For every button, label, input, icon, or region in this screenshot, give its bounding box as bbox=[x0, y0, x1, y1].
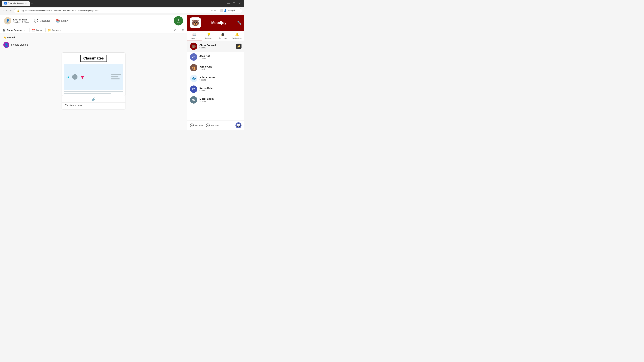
karen-dale-name: Karen Dale bbox=[200, 87, 212, 89]
student-row-jamie-cris[interactable]: 🐴 Jamie Cris 1 post bbox=[187, 62, 244, 73]
dates-filter[interactable]: 📅 Dates › bbox=[32, 29, 44, 32]
tab-close-btn[interactable]: ✕ bbox=[25, 2, 27, 5]
user-details: Lauren Deli Teacher - 1 Class bbox=[13, 18, 29, 23]
jack-pot-info: Jack Pot 7 posts bbox=[200, 54, 210, 60]
menu-icon[interactable]: ⋮ bbox=[237, 9, 239, 12]
karen-dale-avatar: KD bbox=[190, 85, 198, 93]
jamie-cris-posts: 1 post bbox=[200, 68, 212, 70]
list-view-btn[interactable]: ☰ bbox=[178, 28, 180, 32]
library-nav[interactable]: 📚 Library bbox=[56, 19, 68, 23]
post-image: Classmates ➜ ♥ bbox=[62, 52, 126, 96]
reload-button[interactable]: ↻ bbox=[9, 8, 13, 13]
messages-nav[interactable]: 💬 Messages bbox=[34, 19, 50, 23]
pin-star-icon: ★ bbox=[3, 36, 6, 39]
journal-tab-icon: 📖 bbox=[192, 32, 196, 36]
john-louises-info: John Louises 6 posts bbox=[200, 76, 216, 81]
mordi-seem-info: Mordi Seem 5 posts bbox=[200, 97, 214, 103]
top-navigation: 👤 Lauren Deli Teacher - 1 Class 💬 Messag… bbox=[0, 15, 187, 27]
mordi-seem-name: Mordi Seem bbox=[200, 97, 214, 100]
class-journal-avatar: 🐻 bbox=[190, 42, 198, 50]
forward-button[interactable]: › bbox=[6, 8, 8, 13]
line-1 bbox=[111, 74, 121, 75]
journal-tab[interactable]: 📖 Journal bbox=[187, 31, 202, 40]
pinned-text: Pinned bbox=[7, 36, 15, 39]
student-row-karen-dale[interactable]: KD Karen Dale 5 posts bbox=[187, 84, 244, 94]
student-row-jack-pot[interactable]: JP Jack Pot 7 posts bbox=[187, 52, 244, 62]
jamie-cris-info: Jamie Cris 1 post bbox=[200, 65, 212, 70]
student-row-john-louises[interactable]: 🐟 John Louises 6 posts bbox=[187, 73, 244, 84]
footer-line-2 bbox=[64, 93, 111, 94]
post-card: Classmates ➜ ♥ bbox=[62, 52, 126, 109]
content-lines bbox=[111, 74, 121, 79]
progress-tab[interactable]: 🎓 Progress bbox=[216, 31, 230, 40]
activities-tab[interactable]: 💡 Activities bbox=[202, 31, 216, 40]
line-2 bbox=[111, 76, 118, 77]
students-add-icon: + bbox=[190, 123, 194, 127]
filter-separator-1 bbox=[30, 28, 30, 32]
extensions-icon[interactable]: ⧉ bbox=[214, 9, 216, 12]
add-plus-icon: + bbox=[178, 18, 180, 22]
download-icon[interactable]: ⬇ bbox=[217, 9, 219, 12]
user-name: Lauren Deli bbox=[13, 18, 29, 21]
notifications-tab[interactable]: 🔔 Notifications bbox=[230, 31, 244, 40]
tab-title: Journal - Seesaw bbox=[8, 2, 24, 4]
messages-label: Messages bbox=[40, 19, 50, 22]
filter-options-btn[interactable]: ⚙ bbox=[174, 28, 176, 32]
cast-icon[interactable]: ⬜ bbox=[220, 9, 223, 12]
footer-line-1 bbox=[64, 91, 123, 92]
class-journal-folder-btn[interactable]: 📁 bbox=[236, 43, 242, 49]
journal-selector-icon: 📓 bbox=[3, 29, 6, 31]
active-tab[interactable]: S Journal - Seesaw ✕ bbox=[2, 1, 30, 6]
john-louises-name: John Louises bbox=[200, 76, 216, 79]
moodjoy-header: 🐻 Moodjoy 🔧 bbox=[187, 15, 244, 31]
folders-label: Folders bbox=[52, 29, 59, 31]
post-caption: This is our class! bbox=[62, 102, 126, 109]
jamie-cris-avatar: 🐴 bbox=[190, 64, 198, 71]
minimize-button[interactable]: — bbox=[226, 1, 230, 5]
classmates-title: Classmates bbox=[80, 55, 107, 62]
filter-controls: ⚙ ☰ ⊞ bbox=[174, 28, 184, 32]
dates-label: Dates bbox=[36, 29, 42, 31]
jamie-cris-name: Jamie Cris bbox=[200, 65, 212, 68]
notifications-tab-label: Notifications bbox=[232, 37, 242, 39]
class-journal-row[interactable]: 🐻 Class Journal 9 posts 📁 bbox=[187, 41, 244, 52]
john-louises-avatar: 🐟 bbox=[190, 75, 198, 82]
messages-icon: 💬 bbox=[34, 19, 38, 23]
new-tab-button[interactable]: + bbox=[30, 1, 34, 6]
folders-filter[interactable]: 📁 Folders ▾ bbox=[48, 29, 61, 32]
moodjoy-avatar: 🐻 bbox=[190, 17, 201, 28]
back-button[interactable]: ‹ bbox=[2, 8, 4, 13]
journal-tab-label: Journal bbox=[191, 37, 198, 39]
maximize-button[interactable]: ❐ bbox=[232, 1, 236, 5]
mordi-seem-avatar: MS bbox=[190, 96, 198, 104]
user-role: Teacher - 1 Class bbox=[13, 21, 29, 23]
pinned-label: ★ Pinned bbox=[3, 36, 184, 39]
mordi-seem-posts: 5 posts bbox=[200, 100, 214, 103]
journal-selector[interactable]: 📓 Class Journal ▾ bbox=[3, 29, 25, 31]
grid-view-btn[interactable]: ⊞ bbox=[182, 28, 184, 32]
sample-student-name: Sample Student bbox=[11, 43, 28, 46]
students-button[interactable]: + Students bbox=[190, 122, 203, 128]
close-button[interactable]: ✕ bbox=[238, 1, 242, 5]
user-info: 👤 Lauren Deli Teacher - 1 Class bbox=[4, 17, 29, 24]
address-bar[interactable]: 🔒 app.seesaw.me/#/class/class.e01bf4c2-9… bbox=[14, 8, 242, 13]
add-label: Add bbox=[177, 22, 180, 24]
student-row-mordi-seem[interactable]: MS Mordi Seem 5 posts bbox=[187, 94, 244, 105]
karen-dale-info: Karen Dale 5 posts bbox=[200, 87, 212, 92]
jack-pot-name: Jack Pot bbox=[200, 54, 210, 57]
heart-icon: ♥ bbox=[81, 73, 84, 80]
tab-favicon: S bbox=[4, 2, 7, 4]
families-label: Families bbox=[211, 124, 219, 127]
notifications-tab-icon: 🔔 bbox=[235, 32, 239, 36]
student-list: 🐻 Class Journal 9 posts 📁 JP Jack Pot 7 … bbox=[187, 41, 244, 120]
journal-prev-btn[interactable]: ‹ bbox=[27, 29, 28, 32]
chat-bubble-btn[interactable]: 💬 bbox=[236, 122, 242, 128]
settings-icon[interactable]: 🔧 bbox=[237, 21, 242, 25]
sample-student-item[interactable]: 👤 Sample Student bbox=[3, 41, 184, 49]
families-button[interactable]: + Families bbox=[206, 122, 219, 128]
link-icon[interactable]: 🔗 bbox=[62, 96, 126, 102]
bookmark-icon[interactable]: ☆ bbox=[211, 9, 213, 12]
journal-chevron-down[interactable]: ▾ bbox=[24, 29, 25, 31]
url-text: app.seesaw.me/#/class/class.e01bf4c2-9a2… bbox=[21, 9, 98, 12]
add-button[interactable]: + Add bbox=[174, 16, 183, 25]
